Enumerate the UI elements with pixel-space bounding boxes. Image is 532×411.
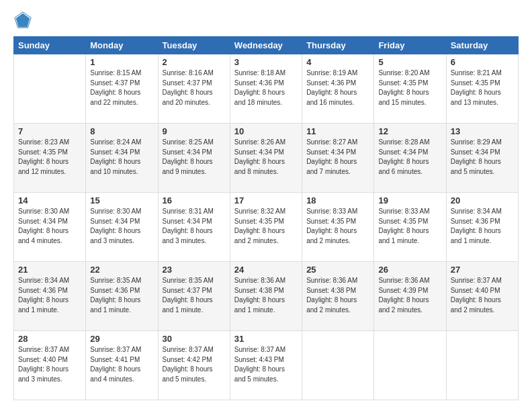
calendar-cell — [446, 331, 518, 400]
calendar-cell: 30Sunrise: 8:37 AM Sunset: 4:42 PM Dayli… — [158, 331, 230, 400]
calendar-cell: 28Sunrise: 8:37 AM Sunset: 4:40 PM Dayli… — [14, 331, 86, 400]
calendar-cell: 27Sunrise: 8:37 AM Sunset: 4:40 PM Dayli… — [446, 262, 518, 331]
calendar-cell: 16Sunrise: 8:31 AM Sunset: 4:34 PM Dayli… — [158, 193, 230, 262]
day-number: 2 — [163, 57, 226, 67]
day-info: Sunrise: 8:31 AM Sunset: 4:34 PM Dayligh… — [163, 207, 226, 246]
calendar-cell: 15Sunrise: 8:30 AM Sunset: 4:34 PM Dayli… — [86, 193, 158, 262]
calendar-cell — [374, 331, 446, 400]
calendar-week-4: 21Sunrise: 8:34 AM Sunset: 4:36 PM Dayli… — [14, 262, 519, 331]
day-number: 8 — [90, 126, 153, 136]
calendar: SundayMondayTuesdayWednesdayThursdayFrid… — [13, 36, 519, 400]
day-info: Sunrise: 8:37 AM Sunset: 4:41 PM Dayligh… — [90, 345, 153, 384]
day-number: 25 — [306, 265, 369, 275]
calendar-cell: 24Sunrise: 8:36 AM Sunset: 4:38 PM Dayli… — [230, 262, 302, 331]
day-number: 3 — [234, 57, 298, 67]
day-info: Sunrise: 8:37 AM Sunset: 4:40 PM Dayligh… — [18, 345, 81, 384]
day-number: 24 — [234, 265, 298, 275]
day-number: 15 — [90, 195, 153, 205]
calendar-cell: 4Sunrise: 8:19 AM Sunset: 4:36 PM Daylig… — [302, 54, 374, 124]
day-info: Sunrise: 8:30 AM Sunset: 4:34 PM Dayligh… — [90, 207, 153, 246]
day-number: 18 — [306, 195, 369, 205]
day-info: Sunrise: 8:29 AM Sunset: 4:34 PM Dayligh… — [451, 138, 514, 177]
day-number: 19 — [378, 195, 441, 205]
day-info: Sunrise: 8:36 AM Sunset: 4:38 PM Dayligh… — [306, 276, 369, 315]
day-info: Sunrise: 8:23 AM Sunset: 4:35 PM Dayligh… — [18, 138, 81, 177]
day-header-monday: Monday — [86, 37, 158, 54]
calendar-week-5: 28Sunrise: 8:37 AM Sunset: 4:40 PM Dayli… — [14, 331, 519, 400]
day-info: Sunrise: 8:34 AM Sunset: 4:36 PM Dayligh… — [18, 276, 81, 315]
day-header-saturday: Saturday — [446, 37, 518, 54]
day-header-tuesday: Tuesday — [158, 37, 230, 54]
day-number: 30 — [163, 334, 226, 344]
calendar-cell: 26Sunrise: 8:36 AM Sunset: 4:39 PM Dayli… — [374, 262, 446, 331]
calendar-cell: 14Sunrise: 8:30 AM Sunset: 4:34 PM Dayli… — [14, 193, 86, 262]
day-number: 13 — [451, 126, 514, 136]
day-info: Sunrise: 8:30 AM Sunset: 4:34 PM Dayligh… — [18, 207, 81, 246]
day-info: Sunrise: 8:35 AM Sunset: 4:37 PM Dayligh… — [163, 276, 226, 315]
day-info: Sunrise: 8:37 AM Sunset: 4:40 PM Dayligh… — [451, 276, 514, 315]
calendar-header-row: SundayMondayTuesdayWednesdayThursdayFrid… — [14, 37, 519, 54]
calendar-cell: 3Sunrise: 8:18 AM Sunset: 4:36 PM Daylig… — [230, 54, 302, 124]
calendar-cell: 23Sunrise: 8:35 AM Sunset: 4:37 PM Dayli… — [158, 262, 230, 331]
calendar-cell: 17Sunrise: 8:32 AM Sunset: 4:35 PM Dayli… — [230, 193, 302, 262]
day-info: Sunrise: 8:25 AM Sunset: 4:34 PM Dayligh… — [163, 138, 226, 177]
day-number: 5 — [378, 57, 441, 67]
day-number: 10 — [234, 126, 298, 136]
calendar-cell: 29Sunrise: 8:37 AM Sunset: 4:41 PM Dayli… — [86, 331, 158, 400]
day-number: 28 — [18, 334, 81, 344]
day-header-thursday: Thursday — [302, 37, 374, 54]
logo-icon — [13, 11, 32, 30]
day-number: 29 — [90, 334, 153, 344]
day-info: Sunrise: 8:27 AM Sunset: 4:34 PM Dayligh… — [306, 138, 369, 177]
day-info: Sunrise: 8:26 AM Sunset: 4:34 PM Dayligh… — [234, 138, 298, 177]
day-header-sunday: Sunday — [14, 37, 86, 54]
page: SundayMondayTuesdayWednesdayThursdayFrid… — [0, 0, 532, 411]
calendar-cell: 2Sunrise: 8:16 AM Sunset: 4:37 PM Daylig… — [158, 54, 230, 124]
day-info: Sunrise: 8:32 AM Sunset: 4:35 PM Dayligh… — [234, 207, 298, 246]
day-number: 9 — [163, 126, 226, 136]
calendar-week-2: 7Sunrise: 8:23 AM Sunset: 4:35 PM Daylig… — [14, 124, 519, 193]
calendar-cell: 7Sunrise: 8:23 AM Sunset: 4:35 PM Daylig… — [14, 124, 86, 193]
calendar-cell: 8Sunrise: 8:24 AM Sunset: 4:34 PM Daylig… — [86, 124, 158, 193]
calendar-cell: 5Sunrise: 8:20 AM Sunset: 4:35 PM Daylig… — [374, 54, 446, 124]
day-number: 26 — [378, 265, 441, 275]
calendar-cell: 19Sunrise: 8:33 AM Sunset: 4:35 PM Dayli… — [374, 193, 446, 262]
day-number: 11 — [306, 126, 369, 136]
calendar-cell: 22Sunrise: 8:35 AM Sunset: 4:36 PM Dayli… — [86, 262, 158, 331]
calendar-cell: 25Sunrise: 8:36 AM Sunset: 4:38 PM Dayli… — [302, 262, 374, 331]
day-number: 17 — [234, 195, 298, 205]
calendar-cell: 31Sunrise: 8:37 AM Sunset: 4:43 PM Dayli… — [230, 331, 302, 400]
day-info: Sunrise: 8:34 AM Sunset: 4:36 PM Dayligh… — [451, 207, 514, 246]
day-header-wednesday: Wednesday — [230, 37, 302, 54]
logo — [13, 11, 35, 30]
day-info: Sunrise: 8:33 AM Sunset: 4:35 PM Dayligh… — [378, 207, 441, 246]
day-info: Sunrise: 8:33 AM Sunset: 4:35 PM Dayligh… — [306, 207, 369, 246]
day-info: Sunrise: 8:21 AM Sunset: 4:35 PM Dayligh… — [451, 68, 514, 107]
day-number: 7 — [18, 126, 81, 136]
day-number: 27 — [451, 265, 514, 275]
header — [13, 11, 519, 30]
day-header-friday: Friday — [374, 37, 446, 54]
day-number: 21 — [18, 265, 81, 275]
calendar-cell: 12Sunrise: 8:28 AM Sunset: 4:34 PM Dayli… — [374, 124, 446, 193]
day-number: 31 — [234, 334, 298, 344]
calendar-cell: 10Sunrise: 8:26 AM Sunset: 4:34 PM Dayli… — [230, 124, 302, 193]
day-number: 4 — [306, 57, 369, 67]
calendar-cell — [14, 54, 86, 124]
day-number: 14 — [18, 195, 81, 205]
calendar-cell: 20Sunrise: 8:34 AM Sunset: 4:36 PM Dayli… — [446, 193, 518, 262]
calendar-cell: 11Sunrise: 8:27 AM Sunset: 4:34 PM Dayli… — [302, 124, 374, 193]
day-number: 23 — [163, 265, 226, 275]
day-number: 16 — [163, 195, 226, 205]
day-number: 20 — [451, 195, 514, 205]
calendar-cell: 13Sunrise: 8:29 AM Sunset: 4:34 PM Dayli… — [446, 124, 518, 193]
day-info: Sunrise: 8:16 AM Sunset: 4:37 PM Dayligh… — [163, 68, 226, 107]
day-number: 6 — [451, 57, 514, 67]
day-info: Sunrise: 8:28 AM Sunset: 4:34 PM Dayligh… — [378, 138, 441, 177]
day-number: 1 — [90, 57, 153, 67]
day-number: 12 — [378, 126, 441, 136]
day-info: Sunrise: 8:15 AM Sunset: 4:37 PM Dayligh… — [90, 68, 153, 107]
calendar-week-1: 1Sunrise: 8:15 AM Sunset: 4:37 PM Daylig… — [14, 54, 519, 124]
calendar-cell: 21Sunrise: 8:34 AM Sunset: 4:36 PM Dayli… — [14, 262, 86, 331]
calendar-cell — [302, 331, 374, 400]
